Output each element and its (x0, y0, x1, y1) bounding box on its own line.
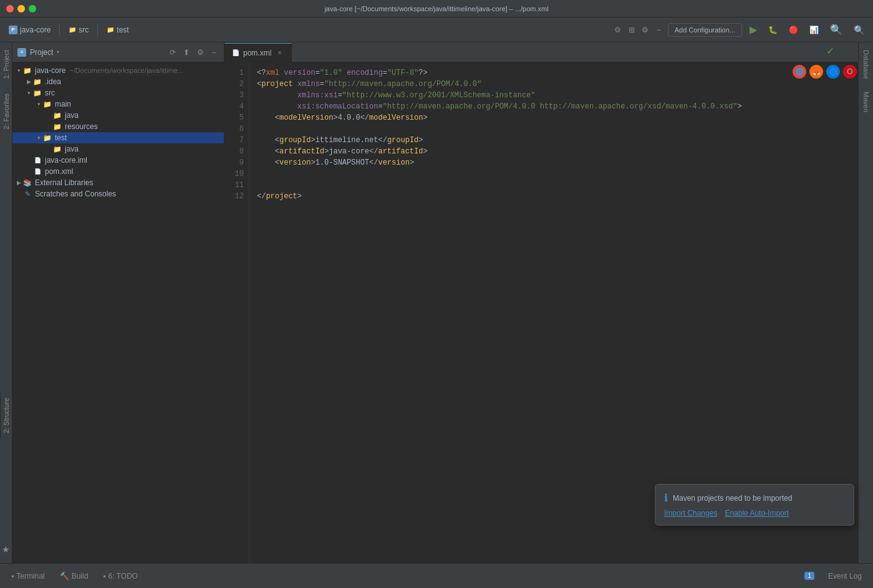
hide-icon[interactable]: − (209, 47, 219, 57)
build-icon: 🔨 (60, 572, 69, 581)
code-line-7: <groupId>ittimeline.net</groupId> (257, 135, 851, 146)
tree-item-idea[interactable]: ▶ 📁 .idea (12, 76, 224, 87)
line-num-3: 3 (224, 90, 244, 101)
tree-arrow: ▾ (35, 135, 42, 141)
line-num-6: 6 (224, 123, 244, 135)
project-header-icons: ⟳ ⬆ ⚙ − (168, 47, 219, 57)
tree-label-main: main (55, 100, 71, 108)
settings-btn[interactable]: ⚙ (613, 25, 623, 35)
tree-label-external-libs: External Libraries (35, 178, 93, 187)
test-folder-icon: 📁 (42, 133, 52, 143)
maven-tab[interactable]: Maven (860, 87, 872, 117)
line-num-5: 5 (224, 112, 244, 123)
tree-item-external-libs[interactable]: ▶ 📚 External Libraries (12, 177, 224, 188)
tree-item-src[interactable]: ▾ 📁 src (12, 87, 224, 99)
project-arrow[interactable]: ▾ (57, 49, 59, 55)
editor-tab-pom[interactable]: 📄 pom.xml × (224, 43, 292, 62)
terminal-tab[interactable]: ▪ Terminal (5, 569, 51, 583)
layout-btn[interactable]: ⊞ (627, 25, 637, 35)
gear-btn[interactable]: ⚙ (640, 25, 650, 35)
scratch-icon: ✎ (22, 189, 32, 199)
enable-auto-import-link[interactable]: Enable Auto-Import (725, 509, 789, 518)
build-tab[interactable]: 🔨 Build (54, 569, 95, 583)
tree-item-main[interactable]: ▾ 📁 main (12, 99, 224, 110)
maximize-button[interactable] (29, 5, 36, 12)
database-tab[interactable]: Database (860, 45, 872, 84)
notification-title: Maven projects need to be imported (673, 494, 792, 503)
line-num-12: 12 (224, 191, 244, 202)
tree-sublabel-java-core: ~/Documents/workspace/java/ittime... (69, 67, 183, 74)
main-layout: 1: Project 2: Favorites ★ ≡ Project ▾ ⟳ … (0, 42, 873, 563)
minimize-button[interactable] (17, 5, 25, 12)
tree-label-idea: .idea (45, 77, 61, 86)
tree-item-scratches[interactable]: ✎ Scratches and Consoles (12, 188, 224, 200)
code-line-12: </project> (257, 191, 851, 202)
profile-button[interactable]: 📊 (806, 24, 822, 36)
code-line-10 (257, 168, 851, 180)
project-tab[interactable]: 1: Project (1, 42, 12, 86)
tree-item-java-main[interactable]: 📁 java (12, 110, 224, 121)
tree-item-java-test[interactable]: 📁 java (12, 143, 224, 155)
browser-icons: 🌐 🦊 🌀 O (793, 65, 857, 79)
chrome-icon[interactable]: 🌐 (793, 65, 806, 79)
ext-lib-icon: 📚 (22, 178, 32, 188)
structure-tab[interactable]: 2: Structure (0, 393, 12, 438)
todo-label: 6: TODO (109, 572, 138, 581)
code-line-1: <?xml version="1.0" encoding="UTF-8"?> (257, 67, 851, 79)
tree-arrow: ▶ (25, 79, 32, 85)
project-panel-icon: ≡ (17, 48, 26, 57)
favorites-tab[interactable]: 2: Favorites (1, 86, 12, 137)
toolbar-separator-1 (59, 24, 60, 36)
run-button[interactable]: ▶ (746, 22, 761, 37)
todo-tab[interactable]: ▪ 6: TODO (97, 569, 144, 583)
tree-item-iml[interactable]: 📄 java-core.iml (12, 155, 224, 166)
line-num-11: 11 (224, 180, 244, 191)
event-log-tab[interactable]: Event Log (822, 569, 868, 583)
import-changes-link[interactable]: Import Changes (664, 509, 717, 518)
notification-header: ℹ Maven projects need to be imported (664, 492, 845, 504)
tree-item-pom[interactable]: 📄 pom.xml (12, 166, 224, 177)
tree-label-java-core: java-core (35, 66, 65, 75)
project-folder-icon: 📁 (22, 65, 32, 75)
tree-label-src: src (45, 89, 55, 97)
tree-item-java-core[interactable]: ▾ 📁 java-core ~/Documents/workspace/java… (12, 65, 224, 76)
terminal-label: Terminal (16, 572, 44, 581)
window-title: java-core [~/Documents/workspace/java/it… (324, 5, 548, 12)
line-num-9: 9 (224, 157, 244, 168)
close-button[interactable] (6, 5, 14, 12)
titlebar: java-core [~/Documents/workspace/java/it… (0, 0, 873, 17)
debug-button[interactable]: 🐛 (764, 24, 781, 36)
collapse-icon[interactable]: ⬆ (181, 47, 191, 57)
coverage-button[interactable]: 🔴 (785, 24, 802, 36)
test-label: test (117, 26, 128, 34)
toolbar: P java-core 📁 src 📁 test ⚙ ⊞ ⚙ − Add Con… (0, 17, 873, 42)
tab-close-button[interactable]: × (275, 49, 284, 57)
add-configuration-button[interactable]: Add Configuration... (668, 23, 742, 37)
test-breadcrumb[interactable]: 📁 test (103, 24, 132, 36)
tree-arrow: ▾ (25, 90, 32, 96)
edge-icon[interactable]: 🌀 (826, 65, 840, 79)
tree-label-pom: pom.xml (45, 167, 73, 176)
java-test-folder-icon: 📁 (52, 144, 62, 154)
star-icon[interactable]: ★ (0, 542, 12, 557)
tree-item-resources[interactable]: 📁 resources (12, 121, 224, 132)
project-selector[interactable]: P java-core (5, 24, 54, 36)
build-label: Build (72, 572, 89, 581)
git-checkmark: ✓ (826, 45, 834, 57)
minimize-panel-btn[interactable]: − (654, 25, 664, 35)
search-button[interactable]: 🔍 (826, 22, 846, 37)
opera-icon[interactable]: O (843, 65, 857, 79)
firefox-icon[interactable]: 🦊 (809, 65, 823, 79)
sync-icon[interactable]: ⟳ (168, 47, 178, 57)
tree-item-test[interactable]: ▾ 📁 test (12, 132, 224, 143)
cog-icon[interactable]: ⚙ (195, 47, 205, 57)
tree-arrow: ▾ (35, 101, 42, 107)
bottom-right: 1 Event Log (804, 569, 868, 583)
src-breadcrumb[interactable]: 📁 src (65, 24, 92, 36)
code-line-4: xsi:schemaLocation="http://maven.apache.… (257, 101, 851, 112)
find-button[interactable]: 🔍 (850, 23, 868, 37)
iml-icon: 📄 (32, 155, 42, 165)
line-num-10: 10 (224, 168, 244, 180)
code-line-6 (257, 123, 851, 135)
line-num-1: 1 (224, 67, 244, 79)
